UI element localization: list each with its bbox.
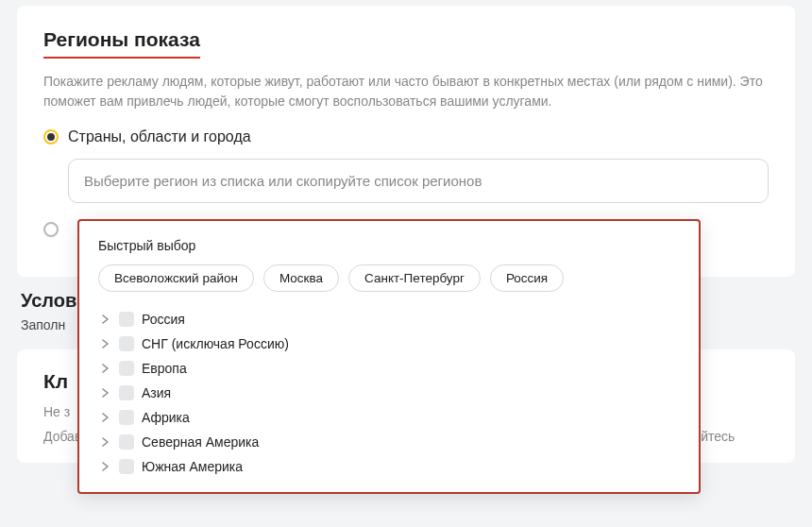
quick-chip-row: Всеволожский район Москва Санкт-Петербур… [98,264,680,292]
tree-item-label: Азия [142,385,171,400]
checkbox[interactable] [119,361,134,376]
section-title-text: Регионы показа [43,28,200,59]
chevron-right-icon[interactable] [98,462,111,471]
chevron-right-icon[interactable] [98,364,111,373]
radio-countries-row[interactable]: Страны, области и города [43,128,769,145]
tree-item-label: Россия [142,312,185,327]
chevron-right-icon[interactable] [98,339,111,348]
chevron-right-icon[interactable] [98,413,111,422]
checkbox[interactable] [119,459,134,474]
tree-item-europe[interactable]: Европа [98,356,680,381]
chip-moscow[interactable]: Москва [263,264,339,292]
checkbox[interactable] [119,385,134,400]
region-dropdown: Быстрый выбор Всеволожский район Москва … [77,219,701,494]
tree-item-asia[interactable]: Азия [98,381,680,405]
tree-item-north-america[interactable]: Северная Америка [98,430,680,454]
chip-spb[interactable]: Санкт-Петербург [348,264,481,292]
tree-item-africa[interactable]: Африка [98,405,680,430]
tree-item-label: СНГ (исключая Россию) [142,336,289,351]
chevron-right-icon[interactable] [98,388,111,398]
chip-russia[interactable]: Россия [490,264,564,292]
checkbox[interactable] [119,312,134,327]
tree-item-russia[interactable]: Россия [98,307,680,332]
section-description: Покажите рекламу людям, которые живут, р… [43,72,769,111]
radio-icon [43,129,59,144]
region-tree: Россия СНГ (исключая Россию) Европа Азия… [98,307,680,479]
checkbox[interactable] [119,336,134,351]
tree-item-south-america[interactable]: Южная Америка [98,454,680,479]
tree-item-label: Северная Америка [142,434,259,450]
tree-item-label: Южная Америка [142,459,243,474]
tree-item-label: Африка [142,410,190,425]
search-placeholder: Выберите регион из списка или скопируйте… [84,173,482,189]
section-title: Регионы показа [43,28,769,59]
region-search-input[interactable]: Выберите регион из списка или скопируйте… [68,159,769,203]
tree-item-label: Европа [142,361,187,376]
chevron-right-icon[interactable] [98,437,111,447]
radio-label: Страны, области и города [68,128,251,145]
checkbox[interactable] [119,410,134,425]
quick-select-label: Быстрый выбор [98,238,680,253]
checkbox[interactable] [119,434,134,450]
chip-vsevolozhsky[interactable]: Всеволожский район [98,264,254,292]
chevron-right-icon[interactable] [98,314,111,324]
radio-icon [43,222,59,237]
tree-item-cis[interactable]: СНГ (исключая Россию) [98,332,680,356]
